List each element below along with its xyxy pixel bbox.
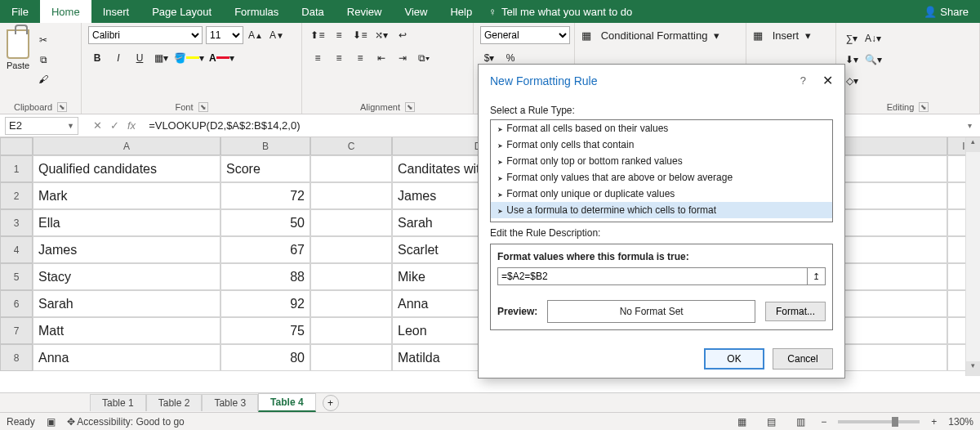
col-header-a[interactable]: A bbox=[33, 137, 220, 155]
name-box[interactable]: E2▼ bbox=[5, 117, 78, 135]
decrease-indent-button[interactable]: ⇤ bbox=[372, 49, 390, 67]
ok-button[interactable]: OK bbox=[704, 348, 764, 370]
select-all-corner[interactable] bbox=[0, 137, 33, 155]
cut-button[interactable]: ✂ bbox=[34, 31, 52, 49]
accessibility-status[interactable]: ✥ Accessibility: Good to go bbox=[67, 416, 185, 428]
tab-pagelayout[interactable]: Page Layout bbox=[140, 0, 223, 23]
cell[interactable] bbox=[310, 317, 392, 344]
expand-formula-bar[interactable]: ▾ bbox=[960, 121, 980, 130]
number-format-select[interactable]: General bbox=[480, 26, 570, 44]
tab-insert[interactable]: Insert bbox=[91, 0, 141, 23]
add-sheet-button[interactable]: + bbox=[323, 395, 339, 411]
rule-type-item[interactable]: Format only cells that contain bbox=[491, 137, 832, 153]
view-pagebreak-icon[interactable]: ▥ bbox=[791, 413, 809, 431]
cell[interactable]: 72 bbox=[220, 182, 310, 209]
cell[interactable]: Sarah bbox=[33, 290, 220, 317]
clipboard-launcher[interactable]: ⬊ bbox=[57, 102, 67, 112]
dialog-close-icon[interactable]: ✕ bbox=[822, 73, 833, 88]
tell-me[interactable]: ♀ Tell me what you want to do bbox=[483, 6, 912, 18]
dialog-help-icon[interactable]: ? bbox=[800, 74, 806, 87]
cell[interactable]: Stacy bbox=[33, 263, 220, 290]
cancel-button[interactable]: Cancel bbox=[773, 348, 833, 370]
cell[interactable]: Ella bbox=[33, 209, 220, 236]
bold-button[interactable]: B bbox=[88, 49, 106, 67]
tab-data[interactable]: Data bbox=[290, 0, 335, 23]
cell[interactable]: Anna bbox=[33, 344, 220, 371]
zoom-out-button[interactable]: − bbox=[821, 416, 826, 428]
col-header-b[interactable]: B bbox=[220, 137, 310, 155]
scroll-down-icon[interactable]: ▾ bbox=[966, 361, 980, 376]
tab-view[interactable]: View bbox=[393, 0, 439, 23]
find-select-button[interactable]: 🔍▾ bbox=[864, 51, 883, 69]
font-name-select[interactable]: Calibri bbox=[88, 26, 203, 44]
decrease-font-button[interactable]: A▼ bbox=[268, 26, 286, 44]
vertical-scrollbar[interactable]: ▴ ▾ bbox=[965, 137, 980, 376]
row-header[interactable]: 4 bbox=[0, 236, 33, 263]
enter-formula-icon[interactable]: ✓ bbox=[110, 119, 119, 132]
rule-type-item[interactable]: Format all cells based on their values bbox=[491, 120, 832, 137]
underline-button[interactable]: U bbox=[131, 49, 149, 67]
tab-help[interactable]: Help bbox=[439, 0, 483, 23]
fill-button[interactable]: ⬇▾ bbox=[843, 51, 861, 69]
tab-formulas[interactable]: Formulas bbox=[223, 0, 290, 23]
fill-color-button[interactable]: 🪣▾ bbox=[173, 49, 205, 67]
font-color-button[interactable]: A▾ bbox=[208, 49, 235, 67]
row-header[interactable]: 7 bbox=[0, 317, 33, 344]
align-center-button[interactable]: ≡ bbox=[330, 49, 348, 67]
italic-button[interactable]: I bbox=[109, 49, 127, 67]
increase-font-button[interactable]: A▲ bbox=[247, 26, 265, 44]
increase-indent-button[interactable]: ⇥ bbox=[394, 49, 412, 67]
sheet-tab-1[interactable]: Table 1 bbox=[90, 394, 146, 411]
align-left-button[interactable]: ≡ bbox=[309, 49, 327, 67]
rule-type-item[interactable]: Use a formula to determine which cells t… bbox=[491, 202, 832, 218]
view-pagelayout-icon[interactable]: ▤ bbox=[762, 413, 780, 431]
row-header[interactable]: 1 bbox=[0, 155, 33, 182]
cell[interactable]: 92 bbox=[220, 290, 310, 317]
range-selector-icon[interactable]: ↥ bbox=[808, 267, 826, 285]
row-header[interactable]: 6 bbox=[0, 290, 33, 317]
editing-launcher[interactable]: ⬊ bbox=[919, 102, 929, 112]
rule-type-item[interactable]: Format only unique or duplicate values bbox=[491, 186, 832, 202]
rule-type-item[interactable]: Format only top or bottom ranked values bbox=[491, 153, 832, 169]
cell[interactable] bbox=[310, 182, 392, 209]
rule-formula-input[interactable] bbox=[497, 267, 808, 285]
cell[interactable] bbox=[310, 209, 392, 236]
row-header[interactable]: 3 bbox=[0, 209, 33, 236]
align-bottom-button[interactable]: ⬇≡ bbox=[351, 26, 369, 44]
sheet-tab-3[interactable]: Table 3 bbox=[202, 394, 258, 411]
col-header-c[interactable]: C bbox=[310, 137, 392, 155]
view-normal-icon[interactable]: ▦ bbox=[733, 413, 751, 431]
cell[interactable]: Mark bbox=[33, 182, 220, 209]
orientation-button[interactable]: ⤭▾ bbox=[372, 26, 390, 44]
share-button[interactable]: 👤 Share bbox=[912, 6, 980, 18]
wrap-text-button[interactable]: ↩ bbox=[394, 26, 412, 44]
merge-button[interactable]: ⧉▾ bbox=[415, 49, 433, 67]
autosum-button[interactable]: ∑▾ bbox=[843, 29, 861, 47]
cell[interactable]: 67 bbox=[220, 236, 310, 263]
cell[interactable]: Qualified candidates bbox=[33, 155, 220, 182]
borders-button[interactable]: ▦▾ bbox=[152, 49, 170, 67]
fx-icon[interactable]: fx bbox=[127, 119, 136, 132]
sheet-tab-2[interactable]: Table 2 bbox=[146, 394, 203, 411]
cell[interactable] bbox=[310, 155, 392, 182]
cell[interactable]: 88 bbox=[220, 263, 310, 290]
tab-home[interactable]: Home bbox=[40, 0, 91, 23]
scroll-up-icon[interactable]: ▴ bbox=[966, 137, 980, 152]
font-launcher[interactable]: ⬊ bbox=[198, 102, 208, 112]
insert-cells-button[interactable]: ▦ Insert ▾ bbox=[753, 29, 811, 42]
format-painter-button[interactable]: 🖌 bbox=[34, 70, 52, 88]
cell[interactable]: Score bbox=[220, 155, 310, 182]
format-button[interactable]: Format... bbox=[765, 302, 826, 321]
cell[interactable]: Matt bbox=[33, 317, 220, 344]
row-header[interactable]: 2 bbox=[0, 182, 33, 209]
cell[interactable]: 80 bbox=[220, 344, 310, 371]
macro-record-icon[interactable]: ▣ bbox=[47, 416, 56, 428]
align-right-button[interactable]: ≡ bbox=[351, 49, 369, 67]
paste-button[interactable]: Paste bbox=[7, 26, 29, 70]
cell[interactable]: 75 bbox=[220, 317, 310, 344]
rule-type-item[interactable]: Format only values that are above or bel… bbox=[491, 169, 832, 186]
clear-button[interactable]: ◇▾ bbox=[843, 72, 861, 90]
cell[interactable] bbox=[310, 344, 392, 371]
cell[interactable] bbox=[310, 236, 392, 263]
align-middle-button[interactable]: ≡ bbox=[330, 26, 348, 44]
